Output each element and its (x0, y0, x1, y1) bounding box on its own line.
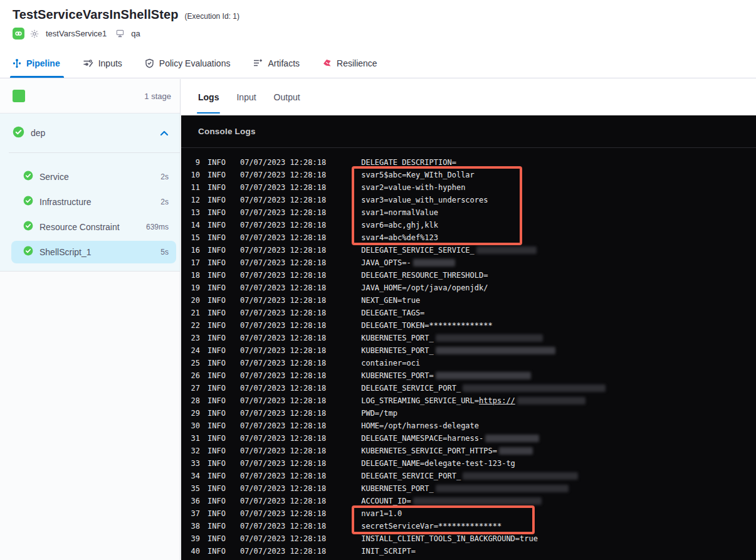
log-timestamp: 07/07/2023 12:28:18 (240, 233, 326, 242)
stage-header-dep[interactable]: dep (0, 114, 180, 152)
line-number: 15 (190, 233, 200, 242)
log-line: 11INFO07/07/2023 12:28:18svar2=value-wit… (190, 181, 756, 194)
tab-policy-evaluations[interactable]: Policy Evaluations (145, 48, 231, 78)
log-message: DELEGATE_SERVICE_SERVICE_ (361, 246, 537, 255)
log-text: svar4=abc%def%123 (361, 233, 438, 242)
service-gear-icon (29, 29, 39, 39)
tab-artifacts[interactable]: Artifacts (253, 48, 300, 78)
log-link[interactable]: https:// (479, 396, 515, 405)
log-timestamp: 07/07/2023 12:28:18 (240, 271, 326, 280)
log-timestamp: 07/07/2023 12:28:18 (240, 421, 326, 430)
log-line: 37INFO07/07/2023 12:28:18nvar1=1.0 (190, 507, 756, 520)
log-text: DELEGATE_NAME=delegate-test-123-tg (361, 459, 515, 468)
log-line: 40INFO07/07/2023 12:28:18INIT_SCRIPT= (190, 545, 756, 557)
log-level: INFO (207, 371, 226, 380)
log-level: INFO (207, 233, 226, 242)
log-timestamp: 07/07/2023 12:28:18 (240, 309, 326, 317)
log-line: 23INFO07/07/2023 12:28:18KUBERNETES_PORT… (190, 332, 756, 344)
line-number: 12 (190, 196, 200, 204)
log-text: NEXT_GEN=true (361, 296, 420, 305)
log-level: INFO (207, 459, 226, 468)
log-lines[interactable]: 9INFO07/07/2023 12:28:18DELEGATE_DESCRIP… (181, 148, 756, 560)
log-level: INFO (207, 283, 226, 292)
line-number: 11 (190, 183, 200, 192)
redacted-text (436, 347, 555, 354)
log-text: svar6=abc,ghj,klk (361, 221, 438, 230)
step-success-icon (23, 171, 33, 183)
redacted-text (413, 497, 542, 505)
log-text: DELEGATE_TOKEN=************** (361, 321, 493, 330)
tab-resilience[interactable]: Resilience (322, 48, 377, 78)
line-number: 34 (190, 472, 200, 480)
log-timestamp: 07/07/2023 12:28:18 (240, 459, 326, 468)
pipeline-icon (13, 58, 21, 68)
log-tab-logs[interactable]: Logs (198, 79, 219, 115)
service-name[interactable]: testVarsService1 (46, 29, 107, 38)
log-timestamp: 07/07/2023 12:28:18 (240, 534, 326, 543)
log-text: JAVA_HOME=/opt/java/openjdk/ (361, 283, 488, 292)
log-level: INFO (207, 258, 226, 267)
log-message: HOME=/opt/harness-delegate (361, 421, 479, 430)
step-row-service[interactable]: Service2s (11, 166, 176, 188)
log-level: INFO (207, 208, 226, 217)
step-row-resource-constraint[interactable]: Resource Constraint639ms (11, 216, 176, 238)
step-row-infrastructure[interactable]: Infrastructure2s (11, 191, 176, 213)
log-timestamp: 07/07/2023 12:28:18 (240, 296, 326, 305)
log-text: svar1=normalValue (361, 208, 438, 217)
line-number: 30 (190, 421, 200, 430)
line-number: 28 (190, 396, 200, 405)
step-row-shellscript-1[interactable]: ShellScript_15s (11, 241, 176, 263)
log-line: 24INFO07/07/2023 12:28:18KUBERNETES_PORT… (190, 344, 756, 357)
log-text: KUBERNETES_PORT_ (361, 346, 434, 355)
line-number: 10 (190, 171, 200, 179)
log-level: INFO (207, 534, 226, 543)
log-timestamp: 07/07/2023 12:28:18 (240, 158, 326, 167)
tab-inputs-label: Inputs (98, 58, 122, 68)
line-number: 21 (190, 309, 200, 317)
log-timestamp: 07/07/2023 12:28:18 (240, 384, 326, 393)
log-tab-output[interactable]: Output (274, 79, 300, 115)
log-text: DELEGATE_NAMESPACE=harness- (361, 434, 483, 443)
redacted-text (436, 372, 531, 379)
log-level: INFO (207, 497, 226, 505)
log-timestamp: 07/07/2023 12:28:18 (240, 359, 326, 367)
log-timestamp: 07/07/2023 12:28:18 (240, 346, 326, 355)
tab-pipeline[interactable]: Pipeline (13, 48, 60, 78)
log-line: 14INFO07/07/2023 12:28:18svar6=abc,ghj,k… (190, 219, 756, 231)
log-level: INFO (207, 522, 226, 531)
log-level: INFO (207, 384, 226, 393)
log-timestamp: 07/07/2023 12:28:18 (240, 371, 326, 380)
log-level: INFO (207, 509, 226, 518)
app-window: TestServiceVarsInShellStep (Execution Id… (0, 0, 756, 560)
log-text: KUBERNETES_PORT_ (361, 484, 434, 493)
log-timestamp: 07/07/2023 12:28:18 (240, 396, 326, 405)
log-timestamp: 07/07/2023 12:28:18 (240, 171, 326, 179)
log-tab-input[interactable]: Input (236, 79, 256, 115)
log-text: secretServiceVar=************** (361, 522, 501, 531)
line-number: 35 (190, 484, 200, 493)
stage-summary-row: 1 stage (0, 79, 180, 114)
log-message: container=oci (361, 359, 420, 367)
log-timestamp: 07/07/2023 12:28:18 (240, 258, 326, 267)
log-line: 30INFO07/07/2023 12:28:18HOME=/opt/harne… (190, 420, 756, 432)
tab-inputs[interactable]: Inputs (83, 48, 122, 78)
log-line: 15INFO07/07/2023 12:28:18svar4=abc%def%1… (190, 231, 756, 244)
step-label: Resource Constraint (39, 222, 120, 232)
log-message: INIT_SCRIPT= (361, 547, 416, 556)
log-level: INFO (207, 221, 226, 230)
log-line: 20INFO07/07/2023 12:28:18NEXT_GEN=true (190, 294, 756, 307)
pipeline-status-icon (13, 28, 24, 40)
log-level: INFO (207, 309, 226, 317)
log-message: DELEGATE_NAME=delegate-test-123-tg (361, 459, 515, 468)
log-text: DELEGATE_TAGS= (361, 309, 424, 317)
log-text: svar3=value_with_underscores (361, 196, 488, 204)
environment-name[interactable]: qa (131, 29, 140, 38)
log-message: KUBERNETES_PORT= (361, 371, 531, 380)
line-number: 24 (190, 346, 200, 355)
log-text: KUBERNETES_SERVICE_PORT_HTTPS= (361, 446, 497, 455)
stage-status-square[interactable] (13, 90, 25, 102)
log-message: ACCOUNT_ID= (361, 497, 541, 505)
line-number: 29 (190, 409, 200, 418)
chevron-up-icon[interactable] (160, 130, 169, 136)
resilience-icon (322, 58, 332, 68)
